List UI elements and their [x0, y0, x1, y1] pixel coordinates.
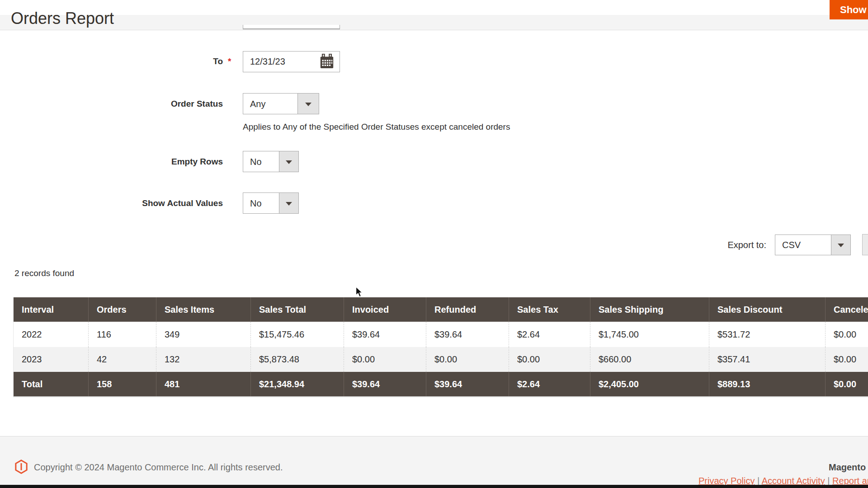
calendar-icon-glyph	[319, 54, 335, 69]
order-status-selected-value: Any	[250, 99, 265, 109]
header-divider-band	[0, 15, 868, 30]
empty-rows-select[interactable]: No	[243, 151, 299, 172]
table-cell: $39.64	[426, 322, 509, 347]
table-cell: 2023	[14, 347, 88, 372]
footer-link-separator: |	[755, 476, 761, 486]
table-cell: $0.00	[344, 347, 426, 372]
show-actual-values-select[interactable]: No	[243, 192, 299, 214]
column-header-interval: Interval	[14, 297, 88, 322]
order-status-label: Order Status	[0, 99, 223, 109]
table-cell: 42	[88, 347, 156, 372]
table-cell: Total	[14, 372, 88, 396]
table-cell: $5,873.48	[250, 347, 344, 372]
table-cell: $21,348.94	[250, 372, 344, 396]
empty-rows-label: Empty Rows	[0, 157, 223, 167]
table-cell: $0.00	[825, 347, 868, 372]
table-total-row: Total158481$21,348.94$39.64$39.64$2.64$2…	[14, 372, 868, 396]
calendar-icon[interactable]	[316, 53, 338, 70]
dropdown-arrow-box[interactable]	[831, 235, 850, 255]
footer-link-report-an-issue[interactable]: Report an Issue	[832, 476, 868, 486]
table-cell: $0.00	[509, 347, 590, 372]
footer-link-separator: |	[825, 476, 832, 486]
table-cell: 132	[156, 347, 250, 372]
dropdown-arrow-icon	[305, 102, 311, 106]
column-header-sales-shipping: Sales Shipping	[590, 297, 709, 322]
bottom-edge-strip	[0, 485, 868, 488]
table-cell: $889.13	[709, 372, 825, 396]
export-format-selected-value: CSV	[782, 240, 801, 250]
table-cell: 158	[88, 372, 156, 396]
table-cell: 2022	[14, 322, 88, 347]
page-title: Orders Report	[11, 9, 114, 28]
table-row: 202342132$5,873.48$0.00$0.00$0.00$660.00…	[14, 347, 868, 372]
table-cell: 481	[156, 372, 250, 396]
orders-report-table: IntervalOrdersSales ItemsSales TotalInvo…	[13, 297, 868, 397]
copyright-text: Copyright © 2024 Magento Commerce Inc. A…	[34, 462, 283, 473]
table-cell: $15,475.46	[250, 322, 344, 347]
table-cell: $39.64	[344, 372, 426, 396]
magento-logo-icon	[15, 460, 28, 474]
export-format-select[interactable]: CSV	[775, 235, 851, 255]
column-header-sales-discount: Sales Discount	[709, 297, 825, 322]
table-header-row: IntervalOrdersSales ItemsSales TotalInvo…	[14, 297, 868, 322]
magento-logo	[15, 460, 28, 476]
table-cell: $531.72	[709, 322, 825, 347]
empty-rows-selected-value: No	[250, 156, 262, 167]
dropdown-arrow-icon	[838, 244, 844, 247]
to-field-label: To	[0, 56, 223, 66]
column-header-sales-total: Sales Total	[250, 297, 344, 322]
column-header-sales-items: Sales Items	[156, 297, 250, 322]
table-cell: $0.00	[825, 322, 868, 347]
table-cell: 116	[88, 322, 156, 347]
export-button-partial[interactable]	[862, 234, 868, 255]
footer-link-privacy-policy[interactable]: Privacy Policy	[698, 476, 755, 486]
table-cell: $357.41	[709, 347, 825, 372]
dropdown-arrow-icon	[286, 160, 292, 164]
table-cell: 349	[156, 322, 250, 347]
table-cell: $2.64	[509, 372, 590, 396]
table-cell: $1,745.00	[590, 322, 709, 347]
table-cell: $660.00	[590, 347, 709, 372]
required-asterisk: *	[228, 56, 231, 66]
footer-link-account-activity[interactable]: Account Activity	[762, 476, 825, 486]
column-header-invoiced: Invoiced	[344, 297, 426, 322]
table-cell: $0.00	[825, 372, 868, 396]
table-cell: $2.64	[509, 322, 590, 347]
table-row: 2022116349$15,475.46$39.64$39.64$2.64$1,…	[14, 322, 868, 347]
show-report-button[interactable]: Show	[830, 0, 868, 19]
footer-brand-text: Magento	[829, 462, 866, 473]
show-actual-values-selected-value: No	[250, 198, 262, 208]
dropdown-arrow-box[interactable]	[297, 94, 319, 114]
dropdown-arrow-icon	[286, 202, 292, 205]
records-found-text: 2 records found	[14, 268, 74, 278]
column-header-orders: Orders	[88, 297, 156, 322]
table-cell: $39.64	[344, 322, 426, 347]
page-header-bar	[0, 0, 868, 15]
table-cell: $39.64	[426, 372, 509, 396]
column-header-sales-tax: Sales Tax	[509, 297, 590, 322]
table-cell: $0.00	[426, 347, 509, 372]
dropdown-arrow-box[interactable]	[279, 193, 298, 213]
export-to-label: Export to:	[676, 240, 766, 250]
column-header-refunded: Refunded	[426, 297, 509, 322]
order-status-select[interactable]: Any	[243, 93, 319, 114]
from-date-field-partial[interactable]	[243, 25, 340, 29]
order-status-note: Applies to Any of the Specified Order St…	[243, 122, 510, 132]
table-cell: $2,405.00	[590, 372, 709, 396]
orders-report-page: Orders Report Show To * Order Status Any…	[0, 0, 868, 488]
dropdown-arrow-box[interactable]	[279, 151, 298, 172]
column-header-canceled: Canceled	[825, 297, 868, 322]
show-actual-values-label: Show Actual Values	[0, 198, 223, 208]
